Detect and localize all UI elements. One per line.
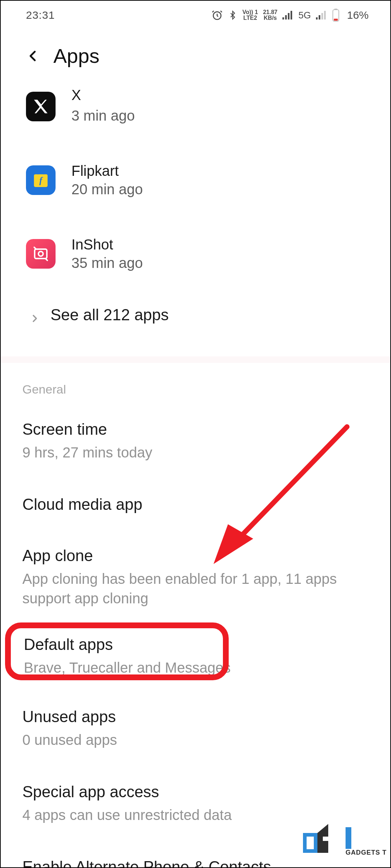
app-clone-item[interactable]: App clone App cloning has been enabled f… (1, 530, 390, 625)
setting-title: Special app access (22, 783, 369, 801)
recent-app-x[interactable]: X 3 min ago (1, 89, 390, 133)
svg-rect-11 (334, 19, 338, 21)
chevron-left-icon (27, 47, 40, 65)
flipkart-app-icon: f (26, 165, 56, 195)
chevron-right-icon (30, 309, 41, 321)
signal-icon (282, 10, 293, 20)
header: Apps (1, 30, 390, 89)
network-type: 5G (298, 10, 311, 21)
recent-app-inshot[interactable]: InShot 35 min ago (1, 228, 390, 280)
watermark-text: GADGETS T (346, 849, 387, 856)
battery-icon (332, 9, 340, 22)
signal-icon-2 (316, 10, 327, 20)
setting-desc: 4 apps can use unrestricted data (22, 805, 369, 825)
setting-title: Screen time (22, 420, 369, 438)
setting-desc: 0 unused apps (22, 730, 369, 750)
svg-rect-14 (35, 249, 47, 259)
svg-rect-6 (318, 15, 320, 19)
svg-rect-5 (316, 17, 318, 19)
app-subtext: 3 min ago (71, 108, 135, 124)
network-speed: 21.87 KB/s (263, 9, 277, 21)
section-divider (1, 356, 390, 363)
volte-indicator: Vo)) 1 LTE2 (242, 9, 258, 21)
inshot-app-icon (26, 239, 56, 269)
see-all-label: See all 212 apps (50, 306, 169, 324)
svg-rect-3 (288, 13, 290, 19)
alarm-icon (211, 9, 223, 21)
setting-title: Enable Alternate Phone & Contacts (22, 858, 369, 868)
app-name: InShot (71, 236, 143, 253)
bluetooth-icon (228, 9, 237, 21)
setting-title: Cloud media app (22, 495, 369, 513)
setting-desc: 9 hrs, 27 mins today (22, 443, 369, 462)
general-section-label: General (1, 363, 390, 404)
setting-title: Unused apps (22, 708, 369, 726)
app-subtext: 20 min ago (71, 181, 143, 198)
setting-title: App clone (22, 547, 369, 565)
status-time: 23:31 (26, 9, 55, 21)
svg-rect-4 (291, 11, 293, 19)
default-apps-item[interactable]: Default apps Brave, Truecaller and Messa… (2, 625, 389, 688)
svg-rect-21 (323, 837, 330, 841)
battery-percent: 16% (347, 9, 369, 21)
app-name: X (71, 87, 135, 103)
svg-rect-8 (324, 11, 326, 19)
svg-rect-19 (307, 837, 314, 849)
status-right: Vo)) 1 LTE2 21.87 KB/s 5G 16% (211, 9, 369, 22)
svg-rect-1 (282, 17, 284, 19)
watermark-bar (346, 827, 351, 849)
svg-point-15 (39, 252, 43, 256)
app-name: Flipkart (71, 163, 143, 179)
status-bar: 23:31 Vo)) 1 LTE2 21.87 KB/s 5G 16% (1, 1, 390, 30)
x-app-icon (26, 92, 56, 121)
svg-rect-7 (321, 13, 323, 19)
cloud-media-item[interactable]: Cloud media app (1, 479, 390, 530)
app-subtext: 35 min ago (71, 255, 143, 271)
watermark-logo-icon (303, 824, 343, 856)
watermark: GADGETS T (303, 824, 387, 856)
svg-rect-2 (285, 15, 287, 19)
setting-desc: App cloning has been enabled for 1 app, … (22, 569, 369, 608)
see-all-apps[interactable]: See all 212 apps (1, 280, 390, 356)
screen-time-item[interactable]: Screen time 9 hrs, 27 mins today (1, 404, 390, 479)
back-button[interactable] (26, 49, 40, 63)
setting-desc: Brave, Truecaller and Messages (24, 658, 367, 677)
setting-title: Default apps (24, 635, 367, 654)
page-title: Apps (53, 44, 100, 68)
unused-apps-item[interactable]: Unused apps 0 unused apps (1, 688, 390, 766)
recent-app-flipkart[interactable]: f Flipkart 20 min ago (1, 154, 390, 206)
